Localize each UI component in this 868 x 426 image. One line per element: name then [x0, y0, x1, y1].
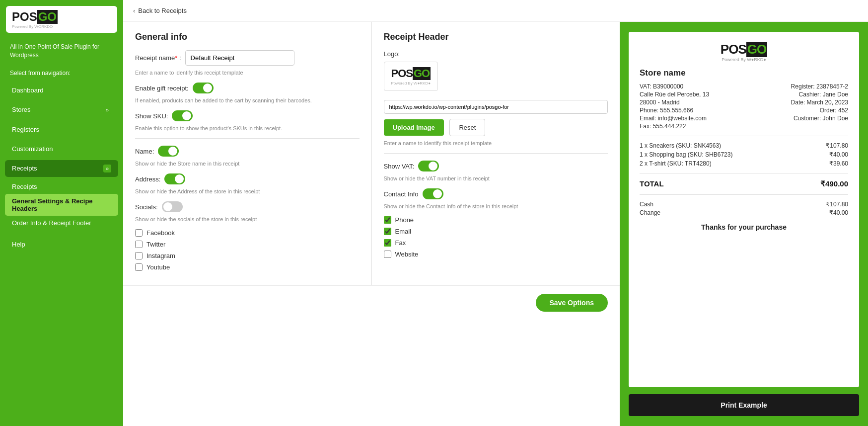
sidebar-item-label: Help: [12, 241, 25, 248]
receipt-city: 28000 - Madrid: [640, 99, 680, 106]
youtube-label: Youtube: [146, 263, 170, 271]
item-0-price: ₹107.80: [826, 142, 848, 149]
website-checkbox[interactable]: [384, 251, 391, 258]
sidebar-nav-label: Select from navigation:: [0, 66, 123, 81]
sidebar-sub-menu: Receipts General Settings & Recipe Heade…: [5, 179, 118, 230]
enable-gift-label: Enable gift receipt:: [135, 85, 189, 92]
sidebar-item-label: Stores: [12, 106, 31, 113]
cash-label: Cash: [640, 201, 653, 208]
address-row: Address:: [135, 173, 360, 184]
sidebar-sub-order-info[interactable]: Order Info & Receipt Footer: [5, 216, 118, 230]
twitter-label: Twitter: [146, 241, 165, 248]
receipt-logo-go: GO: [746, 42, 767, 57]
contact-info-toggle[interactable]: [423, 188, 443, 199]
receipt-phone-row: Phone: 555.555.666 Order: 452: [640, 107, 848, 114]
receipt-phone: Phone: 555.555.666: [640, 107, 693, 114]
show-sku-hint: Enable this option to show the product's…: [135, 125, 360, 131]
name-toggle[interactable]: [158, 146, 179, 157]
phone-checkbox[interactable]: [384, 216, 391, 224]
sidebar-logo: POSGO Powered By WORKDO: [6, 6, 117, 33]
sidebar-item-customization[interactable]: Customization: [5, 141, 118, 157]
total-value: ₹490.00: [820, 179, 848, 188]
email-checkbox[interactable]: [384, 228, 391, 235]
logo-powered: Powered By WORKDO: [12, 24, 53, 29]
save-options-button[interactable]: Save Options: [536, 294, 608, 312]
facebook-checkbox-row: Facebook: [135, 229, 360, 237]
main-content: ‹ Back to Receipts General info Receipt …: [123, 0, 868, 426]
receipt-city-row: 28000 - Madrid Date: March 20, 2023: [640, 99, 848, 106]
back-link-text: Back to Receipts: [138, 7, 187, 14]
upload-reset-row: Upload Image Reset: [384, 119, 608, 136]
receipt-logo-powered: Powered By W●RKD●: [640, 57, 848, 62]
address-label: Address:: [135, 175, 160, 183]
name-label: Name:: [135, 148, 154, 155]
enable-gift-row: Enable gift receipt:: [135, 83, 360, 93]
receipt-vat: VAT: B39000000: [640, 83, 683, 90]
upload-image-button[interactable]: Upload Image: [384, 119, 444, 136]
youtube-checkbox-row: Youtube: [135, 263, 360, 271]
socials-toggle[interactable]: [162, 201, 183, 212]
sidebar-item-registers[interactable]: Registers: [5, 121, 118, 138]
change-label: Change: [640, 209, 660, 216]
name-row: Name:: [135, 146, 360, 157]
sidebar-sub-general-settings[interactable]: General Settings & Recipe Headers: [5, 194, 118, 216]
receipt-logo-pos: POS: [721, 42, 746, 57]
logo-preview-box: POSGO Powered By W●RKD●: [384, 62, 438, 91]
receipt-name-label: Receipt name* :: [135, 54, 181, 62]
instagram-checkbox[interactable]: [135, 252, 143, 259]
sidebar-item-label: Registers: [12, 126, 39, 133]
name-hint: Show or hide the Store name in this rece…: [135, 161, 360, 167]
socials-row: Socials:: [135, 201, 360, 212]
receipt-header-col: Receipt Header Logo: POSGO Powered By W●…: [372, 22, 620, 285]
facebook-checkbox[interactable]: [135, 229, 143, 237]
receipt-name-input[interactable]: [185, 50, 294, 66]
sidebar-item-stores[interactable]: Stores »: [5, 101, 118, 118]
contact-info-hint: Show or hide the Contact Info of the sto…: [384, 203, 608, 209]
receipt-change-row: Change ₹40.00: [640, 209, 848, 216]
receipt-date: Date: March 20, 2023: [791, 99, 848, 106]
website-checkbox-row: Website: [384, 251, 608, 258]
facebook-label: Facebook: [146, 229, 175, 237]
phone-label: Phone: [395, 216, 414, 224]
enable-gift-toggle[interactable]: [193, 83, 214, 93]
show-sku-toggle[interactable]: [172, 110, 193, 121]
form-bottom: Save Options: [123, 285, 620, 320]
receipt-preview-panel: POSGO Powered By W●RKD● Store name VAT: …: [620, 22, 868, 426]
logo-label: Logo:: [384, 50, 608, 58]
website-label: Website: [395, 251, 419, 258]
logo-pos: POS: [12, 10, 37, 24]
reset-button[interactable]: Reset: [449, 119, 485, 136]
address-toggle[interactable]: [164, 173, 185, 184]
youtube-checkbox[interactable]: [135, 263, 143, 271]
sidebar-item-dashboard[interactable]: Dashboard: [5, 82, 118, 98]
receipt-item-1: 1 x Shopping bag (SKU: SHB6723) ₹40.00: [640, 151, 848, 158]
socials-label: Socials:: [135, 203, 158, 211]
receipt-item-0: 1 x Sneakers (SKU: SNK4563) ₹107.80: [640, 142, 848, 149]
stores-arrow-icon: »: [103, 106, 111, 114]
logo-url-input[interactable]: [384, 100, 608, 114]
receipt-thanks: Thanks for your purchase: [640, 223, 848, 231]
logo-preview: POSGO: [391, 67, 431, 80]
back-to-receipts[interactable]: ‹ Back to Receipts: [123, 0, 868, 22]
receipt-item-2: 2 x T-shirt (SKU: TRT4280) ₹39.60: [640, 160, 848, 167]
show-sku-row: Show SKU:: [135, 110, 360, 121]
fax-checkbox[interactable]: [384, 239, 391, 247]
receipt-register: Register: 23878457-2: [791, 83, 848, 90]
logo-go: GO: [37, 10, 58, 24]
sidebar: POSGO Powered By WORKDO All in One Point…: [0, 0, 123, 426]
form-columns-top: General info Receipt name* : Enter a nam…: [123, 22, 620, 285]
show-vat-toggle[interactable]: [418, 161, 439, 171]
general-info-col: General info Receipt name* : Enter a nam…: [123, 22, 372, 285]
twitter-checkbox[interactable]: [135, 241, 143, 248]
print-example-button[interactable]: Print Example: [629, 394, 859, 416]
sidebar-item-receipts[interactable]: Receipts »: [5, 160, 118, 177]
logo-url-hint: Enter a name to identify this receipt te…: [384, 140, 608, 146]
receipt-order: Order: 452: [820, 107, 848, 114]
item-2-price: ₹39.60: [829, 160, 848, 167]
sidebar-sub-receipts[interactable]: Receipts: [5, 179, 118, 194]
cash-value: ₹107.80: [826, 201, 848, 208]
receipt-address: Calle Rúe del Percebe, 13: [640, 91, 709, 98]
sidebar-item-help[interactable]: Help: [5, 236, 118, 253]
receipt-logo: POSGO Powered By W●RKD●: [640, 42, 848, 62]
receipt-address-row: Calle Rúe del Percebe, 13 Cashier: Jane …: [640, 91, 848, 98]
